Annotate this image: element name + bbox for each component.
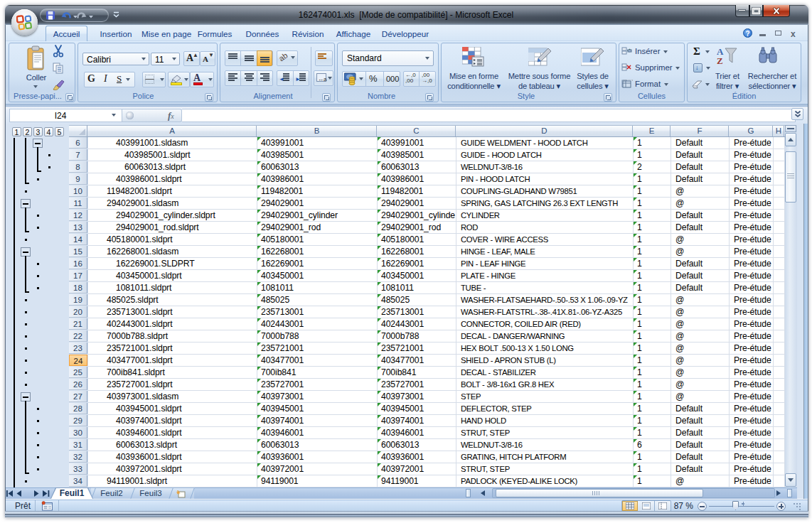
svg-text:Z: Z	[717, 55, 723, 66]
